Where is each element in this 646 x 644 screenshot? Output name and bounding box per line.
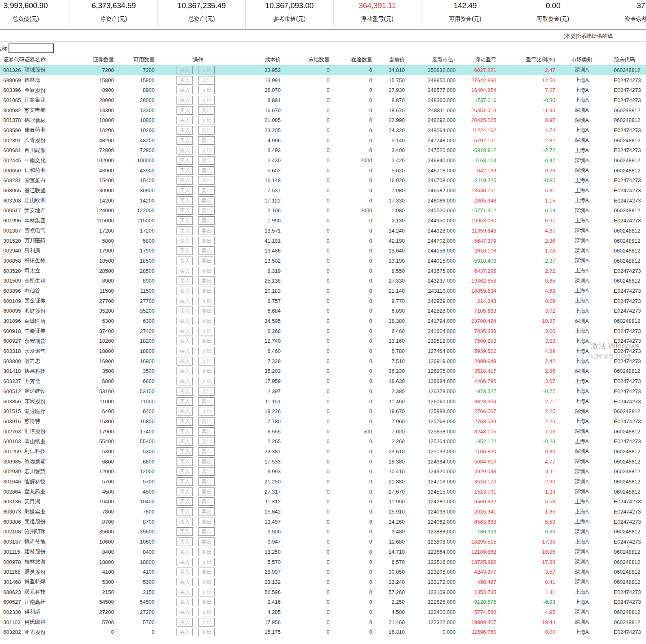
buy-button[interactable]: 买入: [177, 467, 193, 476]
sell-button[interactable]: 卖出: [199, 86, 215, 94]
buy-button[interactable]: 买入: [177, 407, 193, 416]
sell-button[interactable]: 卖出: [199, 166, 215, 175]
sell-button[interactable]: 卖出: [199, 487, 215, 496]
buy-button[interactable]: 买入: [177, 156, 193, 165]
sell-button[interactable]: 卖出: [199, 196, 215, 205]
sell-button[interactable]: 卖出: [199, 216, 215, 225]
sell-button[interactable]: 卖出: [199, 257, 215, 265]
table-row[interactable]: 002330得利斯2720027200买入卖出4.285004.50012240…: [0, 607, 646, 617]
buy-button[interactable]: 买入: [177, 387, 193, 396]
sell-button[interactable]: 卖出: [199, 527, 215, 536]
header-market-type[interactable]: 市场类别: [555, 56, 608, 63]
sell-button[interactable]: 卖出: [199, 66, 215, 74]
sell-button[interactable]: 卖出: [199, 497, 215, 506]
buy-button[interactable]: 买入: [177, 347, 193, 355]
table-row[interactable]: 603590康辰药业1020010200买入卖出23.2050024.32024…: [0, 125, 646, 135]
buy-button[interactable]: 买入: [177, 76, 193, 85]
buy-button[interactable]: 买入: [177, 427, 193, 436]
buy-button[interactable]: 买入: [177, 337, 193, 345]
table-row[interactable]: 603136天目湖1040010400买入卖出11.3120011.950124…: [0, 497, 646, 507]
sell-button[interactable]: 卖出: [199, 598, 215, 606]
header-quantity[interactable]: 证券数量: [69, 56, 114, 63]
sell-button[interactable]: 卖出: [199, 246, 215, 255]
sell-button[interactable]: 卖出: [199, 337, 215, 345]
table-row[interactable]: 000978桂林旅游1880018800买入卖出5.570006.5701235…: [0, 557, 646, 567]
header-cost-price[interactable]: 成本价: [220, 56, 281, 63]
table-row[interactable]: 601996丰林集团115000115000买入卖出1.990002.13024…: [0, 215, 646, 226]
buy-button[interactable]: 买入: [177, 357, 193, 366]
sell-button[interactable]: 卖出: [199, 126, 215, 135]
sell-button[interactable]: 卖出: [199, 237, 215, 245]
sell-button[interactable]: 卖出: [199, 327, 215, 335]
sell-button[interactable]: 卖出: [199, 156, 215, 165]
table-row[interactable]: 603520司太立2850028500买入卖出8.319008.55024367…: [0, 266, 646, 276]
sell-button[interactable]: 卖出: [199, 186, 215, 195]
table-row[interactable]: 601065江盐集团2800028000买入卖出8.891008.8702483…: [0, 95, 646, 105]
buy-button[interactable]: 买入: [177, 257, 193, 265]
table-row[interactable]: 002930宏川智慧1200012000买入卖出9.9930010.410124…: [0, 467, 646, 477]
table-row[interactable]: 000650仁和药业4390043900买入卖出5.602005.6202467…: [0, 165, 646, 176]
buy-button[interactable]: 买入: [177, 497, 193, 506]
table-row[interactable]: 688623双元科技21502150买入卖出56.5960057.2601231…: [0, 587, 646, 597]
header-pnl-ratio[interactable]: 盈亏比例(%): [496, 56, 555, 63]
table-row[interactable]: 001378德冠新材1080010800买入卖出21.0850022.99024…: [0, 115, 646, 125]
sell-button[interactable]: 卖出: [199, 427, 215, 436]
table-row[interactable]: 603396金辰股份89008900买入卖出26.0700027.9302485…: [0, 85, 646, 95]
buy-button[interactable]: 买入: [177, 176, 193, 185]
sell-button[interactable]: 卖出: [199, 347, 215, 355]
sell-button[interactable]: 卖出: [199, 287, 215, 295]
buy-button[interactable]: 买入: [177, 457, 193, 466]
table-row[interactable]: 600681百川能源7280072800买入卖出3.493003.4002475…: [0, 146, 646, 156]
table-row[interactable]: 688069德林海1580015800买入卖出13.9910015.750248…: [0, 75, 646, 85]
buy-button[interactable]: 买入: [177, 196, 193, 205]
buy-button[interactable]: 买入: [177, 317, 193, 325]
sell-button[interactable]: 卖出: [199, 377, 215, 385]
table-row[interactable]: 002763汇洁股份1790017400买入卖出6.55505007.02012…: [0, 426, 646, 437]
buy-button[interactable]: 买入: [177, 226, 193, 235]
sell-button[interactable]: 卖出: [199, 467, 215, 476]
header-floating-pnl[interactable]: 浮动盈亏: [456, 56, 496, 63]
table-row[interactable]: 603808歌力思1690016900买入卖出7.328007.51012691…: [0, 356, 646, 366]
buy-button[interactable]: 买入: [177, 437, 193, 446]
buy-button[interactable]: 买入: [177, 246, 193, 255]
table-row[interactable]: 603065宿迁联盛3090030900买入卖出7.537007.9802465…: [0, 185, 646, 196]
sell-button[interactable]: 卖出: [199, 146, 215, 154]
table-row[interactable]: 301096百诚医药63006300买入卖出34.5950038.3802417…: [0, 316, 646, 326]
sell-button[interactable]: 卖出: [199, 226, 215, 235]
buy-button[interactable]: 买入: [177, 558, 193, 566]
sell-button[interactable]: 卖出: [199, 548, 215, 556]
sell-button[interactable]: 卖出: [199, 477, 215, 486]
table-row[interactable]: 301515港通医疗64006400买入卖出19.2260019.6701258…: [0, 406, 646, 416]
sell-button[interactable]: 卖出: [199, 437, 215, 446]
header-current-price[interactable]: 当前价: [372, 56, 405, 63]
sell-button[interactable]: 卖出: [199, 387, 215, 396]
table-row[interactable]: 000517荣安地产124000122000买入卖出2.106020001.98…: [0, 206, 646, 216]
table-row[interactable]: 300858科拓生物1850018500买入卖出13.5020013.19024…: [0, 256, 646, 266]
table-row[interactable]: 600095湘财股份3520035200买入卖出6.684006.8902425…: [0, 306, 646, 316]
table-row[interactable]: 603896寿仙谷1150011500买入卖出20.1830021.140243…: [0, 286, 646, 296]
header-shareholder-code[interactable]: 股东代码: [608, 56, 646, 63]
table-row[interactable]: 603916苏博特1580015800买入卖出7.780007.96012576…: [0, 416, 646, 426]
buy-button[interactable]: 买入: [177, 106, 193, 115]
buy-button[interactable]: 买入: [177, 537, 193, 546]
buy-button[interactable]: 买入: [177, 397, 193, 406]
table-row[interactable]: 603137恒尚节能1060010600买入卖出9.9470011.680123…: [0, 537, 646, 547]
sell-button[interactable]: 卖出: [199, 397, 215, 406]
buy-button[interactable]: 买入: [177, 568, 193, 576]
buy-button[interactable]: 买入: [177, 287, 193, 295]
buy-button[interactable]: 买入: [177, 186, 193, 195]
name-filter-input[interactable]: [9, 44, 54, 53]
sell-button[interactable]: 卖出: [199, 297, 215, 305]
table-row[interactable]: 301509金凯生科89008900买入卖出25.1380027.3302432…: [0, 276, 646, 286]
buy-button[interactable]: 买入: [177, 267, 193, 275]
buy-button[interactable]: 买入: [177, 487, 193, 496]
table-row[interactable]: 600527江南高纤5450054500买入卖出2.416002.2501226…: [0, 597, 646, 607]
sell-button[interactable]: 卖出: [199, 106, 215, 115]
buy-button[interactable]: 买入: [177, 377, 193, 385]
buy-button[interactable]: 买入: [177, 327, 193, 335]
sell-button[interactable]: 卖出: [199, 206, 215, 215]
sell-button[interactable]: 卖出: [199, 96, 215, 104]
buy-button[interactable]: 买入: [177, 146, 193, 154]
sell-button[interactable]: 卖出: [199, 558, 215, 566]
buy-button[interactable]: 买入: [177, 297, 193, 305]
